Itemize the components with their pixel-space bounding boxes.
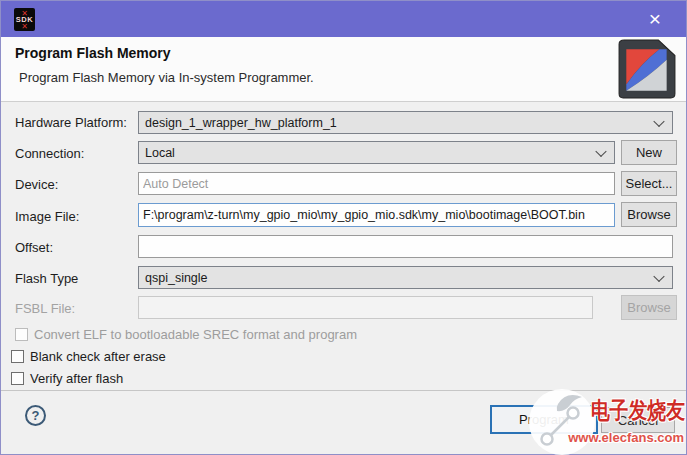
flash-type-select[interactable]: qspi_single — [138, 266, 673, 289]
fsbl-file-label: FSBL File: — [15, 301, 75, 316]
program-flash-dialog: ✕ SDK ✕ × Program Flash Memory Program F… — [0, 0, 687, 455]
dialog-header: Program Flash Memory Program Flash Memor… — [1, 37, 686, 102]
checkbox-convert-elf — [15, 328, 28, 341]
checkbox-convert-elf-label: Convert ELF to bootloadable SREC format … — [34, 327, 357, 342]
browse-fsbl-button: Browse — [621, 295, 677, 320]
device-label: Device: — [15, 177, 58, 192]
connection-value: Local — [145, 146, 175, 160]
image-file-label: Image File: — [15, 209, 79, 224]
offset-input[interactable] — [138, 235, 673, 258]
fsbl-file-input — [138, 296, 593, 319]
image-file-input[interactable] — [138, 203, 615, 227]
device-input — [138, 172, 615, 195]
titlebar: ✕ SDK ✕ × — [1, 1, 686, 37]
question-icon: ? — [32, 408, 40, 423]
page-subtitle: Program Flash Memory via In-system Progr… — [19, 70, 314, 85]
chevron-down-icon — [653, 115, 664, 126]
checkbox-verify-after-flash-label: Verify after flash — [30, 371, 123, 386]
help-button[interactable]: ? — [25, 405, 46, 426]
browse-image-file-button[interactable]: Browse — [621, 202, 677, 227]
xilinx-x-icon: ✕ — [21, 24, 28, 29]
connection-label: Connection: — [15, 146, 84, 161]
chevron-down-icon — [653, 270, 664, 281]
flash-card-icon — [618, 39, 676, 103]
hardware-platform-select[interactable]: design_1_wrapper_hw_platform_1 — [138, 111, 673, 134]
watermark-site-url: www.elecfans.com — [568, 430, 684, 445]
hardware-platform-label: Hardware Platform: — [15, 115, 127, 130]
offset-label: Offset: — [15, 240, 53, 255]
new-connection-button[interactable]: New — [621, 140, 677, 165]
flash-type-value: qspi_single — [145, 271, 208, 285]
sdk-app-icon: ✕ SDK ✕ — [14, 8, 35, 31]
close-icon[interactable]: × — [632, 1, 678, 37]
flash-type-label: Flash Type — [15, 271, 78, 286]
select-device-button[interactable]: Select... — [621, 171, 677, 196]
checkbox-verify-after-flash[interactable] — [11, 372, 24, 385]
checkbox-blank-check-label: Blank check after erase — [30, 349, 166, 364]
page-title: Program Flash Memory — [15, 45, 171, 61]
hardware-platform-value: design_1_wrapper_hw_platform_1 — [145, 116, 337, 130]
watermark-site-name: 电子发烧友 — [591, 395, 685, 426]
chevron-down-icon — [595, 145, 606, 156]
checkbox-blank-check[interactable] — [11, 350, 24, 363]
connection-select[interactable]: Local — [138, 141, 615, 164]
